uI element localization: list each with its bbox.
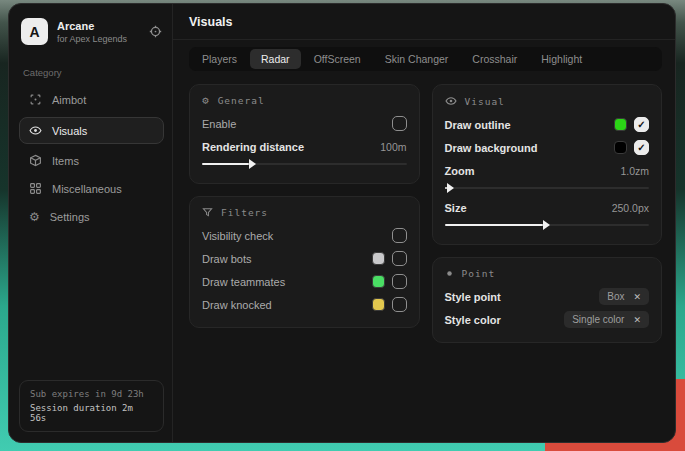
- app-logo: A: [21, 18, 48, 45]
- sidebar-item-label: Settings: [50, 211, 90, 223]
- app-titles: Arcane for Apex Legends: [57, 20, 140, 44]
- style-color-label: Style color: [445, 314, 501, 326]
- gear-icon: ⚙: [29, 210, 40, 224]
- target-icon[interactable]: [149, 25, 162, 38]
- session-duration-text: Session duration 2m 56s: [30, 403, 153, 423]
- app-logo-letter: A: [29, 24, 39, 40]
- page-title: Visuals: [189, 15, 659, 29]
- sidebar-item-items[interactable]: Items: [19, 147, 164, 174]
- zoom-value: 1.0zm: [620, 165, 649, 177]
- draw-outline-checkbox[interactable]: ✓: [634, 117, 649, 132]
- draw-teammates-row: Draw teammates: [202, 270, 407, 293]
- panel-title: Visual: [465, 96, 505, 107]
- style-point-chip[interactable]: Box ✕: [599, 288, 649, 305]
- style-color-row: Style color Single color ✕: [445, 308, 650, 331]
- draw-outline-label: Draw outline: [445, 119, 511, 131]
- size-label: Size: [445, 202, 467, 214]
- box-icon: [29, 154, 42, 167]
- sidebar-item-aimbot[interactable]: Aimbot: [19, 86, 164, 113]
- sidebar-item-miscellaneous[interactable]: Miscellaneous: [19, 175, 164, 202]
- main-header: Visuals: [173, 4, 675, 40]
- sub-expires-text: Sub expires in 9d 23h: [30, 389, 153, 399]
- sidebar-item-label: Aimbot: [52, 94, 86, 106]
- visibility-check-checkbox[interactable]: [392, 228, 407, 243]
- rendering-distance-slider[interactable]: [202, 163, 407, 165]
- draw-teammates-label: Draw teammates: [202, 276, 285, 288]
- enable-label: Enable: [202, 118, 236, 130]
- chip-label: Single color: [572, 314, 624, 325]
- eye-icon: [445, 95, 457, 107]
- grid-icon: [29, 182, 42, 195]
- size-row: Size 250.0px: [445, 196, 650, 219]
- sidebar-item-label: Miscellaneous: [52, 183, 122, 195]
- draw-outline-color-swatch[interactable]: [614, 118, 627, 131]
- visibility-check-row: Visibility check: [202, 224, 407, 247]
- style-color-chip[interactable]: Single color ✕: [564, 311, 649, 328]
- tab-skin-changer[interactable]: Skin Changer: [374, 49, 460, 69]
- sidebar-item-visuals[interactable]: Visuals: [19, 117, 164, 144]
- draw-bots-checkbox[interactable]: [392, 251, 407, 266]
- tab-radar[interactable]: Radar: [250, 49, 301, 69]
- draw-background-checkbox[interactable]: ✓: [634, 140, 649, 155]
- draw-background-label: Draw background: [445, 142, 538, 154]
- draw-knocked-checkbox[interactable]: [392, 297, 407, 312]
- panel-general: ⚙ General Enable Rendering distance 100m: [189, 84, 420, 184]
- tab-crosshair[interactable]: Crosshair: [461, 49, 528, 69]
- style-point-row: Style point Box ✕: [445, 285, 650, 308]
- size-slider[interactable]: [445, 224, 650, 226]
- funnel-icon: [202, 207, 213, 218]
- draw-teammates-checkbox[interactable]: [392, 274, 407, 289]
- zoom-slider[interactable]: [445, 187, 650, 189]
- enable-row: Enable: [202, 112, 407, 135]
- main-content: Visuals Players Radar OffScreen Skin Cha…: [173, 4, 675, 442]
- eye-scan-icon: [29, 124, 42, 137]
- chip-label: Box: [607, 291, 624, 302]
- left-column: ⚙ General Enable Rendering distance 100m: [189, 84, 420, 328]
- sidebar-item-settings[interactable]: ⚙ Settings: [19, 203, 164, 230]
- session-info-box: Sub expires in 9d 23h Session duration 2…: [19, 380, 164, 432]
- gear-icon: ⚙: [202, 95, 210, 106]
- slider-fill[interactable]: [202, 163, 249, 165]
- style-point-label: Style point: [445, 291, 501, 303]
- sidebar: A Arcane for Apex Legends Category: [9, 4, 173, 442]
- tab-highlight[interactable]: Highlight: [530, 49, 593, 69]
- rendering-distance-value: 100m: [380, 141, 406, 153]
- draw-teammates-color-swatch[interactable]: [372, 275, 385, 288]
- tabbar: Players Radar OffScreen Skin Changer Cro…: [189, 47, 662, 71]
- draw-background-row: Draw background ✓: [445, 136, 650, 159]
- draw-bots-row: Draw bots: [202, 247, 407, 270]
- panels-area: ⚙ General Enable Rendering distance 100m: [173, 84, 675, 343]
- panel-general-header: ⚙ General: [202, 95, 407, 106]
- category-label: Category: [23, 67, 160, 78]
- draw-bots-label: Draw bots: [202, 253, 252, 265]
- close-icon[interactable]: ✕: [633, 292, 641, 302]
- app-window: A Arcane for Apex Legends Category: [8, 3, 676, 443]
- panel-point: Point Style point Box ✕ Style color Sing…: [432, 257, 663, 343]
- panel-visual-header: Visual: [445, 95, 650, 107]
- panel-filters-header: Filters: [202, 207, 407, 218]
- enable-checkbox[interactable]: [392, 116, 407, 131]
- tab-offscreen[interactable]: OffScreen: [303, 49, 372, 69]
- draw-bots-color-swatch[interactable]: [372, 252, 385, 265]
- tab-players[interactable]: Players: [191, 49, 248, 69]
- panel-title: Point: [462, 268, 496, 279]
- draw-knocked-row: Draw knocked: [202, 293, 407, 316]
- panel-title: Filters: [221, 207, 268, 218]
- zoom-label: Zoom: [445, 165, 475, 177]
- slider-fill[interactable]: [445, 187, 447, 189]
- sidebar-header: A Arcane for Apex Legends: [19, 14, 164, 49]
- rendering-distance-label: Rendering distance: [202, 141, 304, 153]
- draw-background-color-swatch[interactable]: [614, 141, 627, 154]
- rendering-distance-row: Rendering distance 100m: [202, 135, 407, 158]
- size-value: 250.0px: [612, 202, 649, 214]
- panel-title: General: [218, 95, 265, 106]
- close-icon[interactable]: ✕: [633, 315, 641, 325]
- panel-filters: Filters Visibility check Draw bots: [189, 196, 420, 328]
- visibility-check-label: Visibility check: [202, 230, 273, 242]
- sidebar-item-label: Visuals: [52, 125, 87, 137]
- slider-fill[interactable]: [445, 224, 543, 226]
- draw-knocked-color-swatch[interactable]: [372, 298, 385, 311]
- crosshair-icon: [29, 93, 42, 106]
- right-column: Visual Draw outline ✓ Draw background: [432, 84, 663, 343]
- app-subtitle: for Apex Legends: [57, 34, 140, 44]
